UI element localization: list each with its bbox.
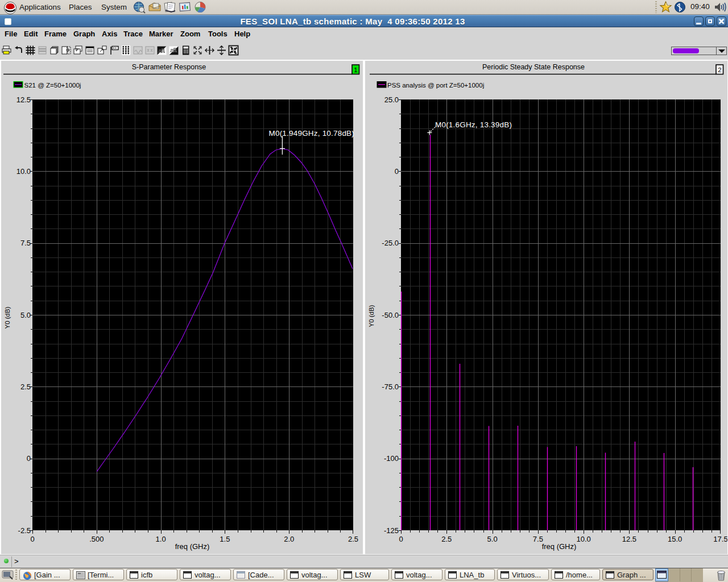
svg-text:2.5: 2.5: [348, 535, 358, 543]
svg-text:2.0: 2.0: [284, 535, 294, 543]
svg-text:10.0: 10.0: [576, 535, 590, 543]
svg-text:0: 0: [395, 167, 399, 176]
svg-text:7.5: 7.5: [20, 239, 31, 247]
svg-text:-2.5: -2.5: [18, 526, 31, 535]
svg-text:5.0: 5.0: [487, 535, 498, 543]
svg-text:25.0: 25.0: [384, 95, 399, 104]
svg-text:2.5: 2.5: [441, 535, 452, 543]
svg-text:5.0: 5.0: [20, 311, 31, 319]
svg-text:Y0 (dB): Y0 (dB): [368, 305, 375, 327]
svg-text:1.0: 1.0: [156, 535, 166, 543]
svg-text:12.5: 12.5: [622, 535, 636, 543]
svg-text:12.5: 12.5: [16, 95, 31, 104]
svg-text:10.0: 10.0: [16, 167, 31, 176]
svg-text:PSS analysis @ port Z=50+1000j: PSS analysis @ port Z=50+1000j: [387, 82, 484, 89]
svg-text:0: 0: [30, 535, 34, 543]
svg-text:-50.0: -50.0: [382, 311, 399, 319]
svg-text:.500: .500: [89, 535, 104, 543]
svg-text:Periodic Steady State Response: Periodic Steady State Response: [482, 63, 585, 71]
svg-text:-75.0: -75.0: [382, 383, 399, 391]
svg-text:M0(1.949GHz, 10.78dB): M0(1.949GHz, 10.78dB): [269, 129, 355, 138]
svg-text:Y0 (dB): Y0 (dB): [4, 306, 11, 329]
svg-text:1: 1: [354, 66, 357, 73]
svg-text:2.5: 2.5: [20, 383, 31, 391]
svg-text:15.0: 15.0: [668, 535, 682, 543]
svg-text:freq (GHz): freq (GHz): [542, 542, 577, 551]
svg-text:2: 2: [718, 66, 721, 73]
svg-text:freq (GHz): freq (GHz): [175, 542, 210, 551]
svg-text:S-Parameter Response: S-Parameter Response: [132, 63, 206, 71]
svg-text:17.5: 17.5: [713, 535, 727, 543]
svg-text:S21 @ Z=50+1000j: S21 @ Z=50+1000j: [24, 82, 81, 89]
svg-text:M0(1.6GHz, 13.39dB): M0(1.6GHz, 13.39dB): [435, 120, 512, 129]
svg-text:1.5: 1.5: [220, 535, 230, 543]
svg-text:0: 0: [399, 535, 403, 543]
svg-text:-25.0: -25.0: [382, 239, 399, 247]
svg-text:0: 0: [27, 454, 31, 463]
svg-text:-100: -100: [384, 454, 399, 463]
svg-text:-125: -125: [384, 526, 399, 535]
